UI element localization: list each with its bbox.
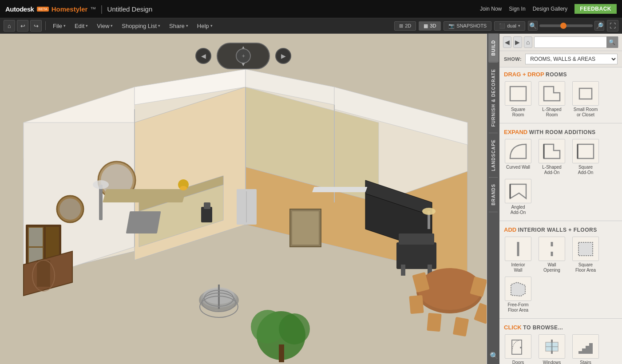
angled-addon-label: AngledAdd-On [511,205,526,215]
curved-wall-icon [508,142,528,160]
panel-search-submit[interactable]: 🔍 [606,36,618,48]
panel-search-icon[interactable]: 🔍 [490,352,499,360]
rooms-grid: SquareRoom L-ShapedRoom [499,79,622,121]
l-shaped-addon-label: L-ShapedAdd-On [542,165,561,175]
zoom-slider-track [539,24,593,27]
l-shaped-addon-icon [542,142,562,160]
rotate-left-button[interactable]: ◀ [195,48,211,64]
zoom-in-button[interactable]: 🔎 [594,21,604,31]
build-tab[interactable]: BUILD [488,34,499,62]
navigation-ring[interactable]: ▲ ✛ ▼ [217,43,270,69]
nav-down-arrow[interactable]: ▼ [241,61,246,67]
doors-item[interactable]: Doors [503,334,533,364]
share-menu[interactable]: Share▾ [166,21,192,31]
svg-rect-32 [103,189,186,202]
wall-opening-icon [542,240,562,258]
furnish-tab[interactable]: FURNISH & DECORATE [488,63,499,133]
panel-forward-button[interactable]: ▶ [513,36,522,48]
wall-opening-item[interactable]: WallOpening [537,237,567,273]
panel-back-button[interactable]: ◀ [503,36,511,48]
square-floor-item[interactable]: SquareFloor Area [570,237,601,273]
landscape-tab[interactable]: LANDSCAPE [488,133,499,177]
panel-search-bar[interactable]: 🔍 [534,36,618,48]
angled-addon-item[interactable]: AngledAdd-On [503,179,533,215]
redo-button[interactable]: ↪ [30,20,42,32]
square-room-label: SquareRoom [511,107,525,118]
zoom-slider-thumb[interactable] [560,23,567,29]
stairs-label: Stairs [580,360,591,364]
snapshots-button[interactable]: 📷 SNAPSHOTS [444,21,491,31]
small-room-item[interactable]: Small Roomor Closet [570,81,601,118]
freeform-floor-icon-box [505,277,531,301]
sign-in-link[interactable]: Sign In [509,6,525,12]
wall-opening-icon-box [539,237,565,261]
svg-rect-53 [401,265,405,276]
view-menu[interactable]: View▾ [93,21,116,31]
fullscreen-button[interactable]: ⛶ [607,20,618,32]
shopping-list-menu[interactable]: Shopping List▾ [118,21,164,31]
toolbar: ⌂ ↩ ↪ File▾ Edit▾ View▾ Shopping List▾ S… [0,18,622,34]
interior-grid: InteriorWall WallOpening [499,235,622,317]
panel-search-input[interactable] [535,38,606,46]
doors-icon [508,338,528,356]
svg-point-50 [422,208,436,215]
square-addon-item[interactable]: SquareAdd-On [570,139,601,175]
right-panel: BUILD FURNISH & DECORATE LANDSCAPE BRAND… [487,34,622,364]
windows-label: Windows [543,360,561,364]
interior-wall-item[interactable]: InteriorWall [503,237,533,273]
square-room-icon-box [505,81,531,106]
show-dropdown[interactable]: ROOMS, WALLS & AREAS FLOORS CEILINGS [525,54,618,64]
svg-marker-81 [511,282,525,296]
svg-rect-18 [99,185,103,220]
2d-view-button[interactable]: ⊞ 2D [394,21,416,31]
stairs-item[interactable]: Stairs [570,334,601,364]
vtab-separator-4 [489,212,498,212]
square-addon-label: SquareAdd-On [578,165,593,175]
join-now-link[interactable]: Join Now [480,6,502,12]
dual-view-button[interactable]: ⬛ dual ▾ [494,21,525,31]
edit-menu[interactable]: Edit▾ [71,21,91,31]
undo-button[interactable]: ↩ [17,20,28,32]
canvas-area[interactable]: ◀ ▲ ✛ ▼ ▶ [0,34,487,364]
show-label: SHOW: [504,56,522,62]
interior-wall-icon-box [505,237,531,261]
beta-badge: BETA [37,7,48,12]
room-visualization [0,34,487,364]
svg-marker-69 [544,87,560,101]
svg-rect-59 [427,313,441,332]
file-menu[interactable]: File▾ [49,21,69,31]
small-room-icon [576,85,595,103]
browse-grid: Doors Windows [499,332,622,364]
rotate-right-button[interactable]: ▶ [275,48,291,64]
show-row: SHOW: ROOMS, WALLS & AREAS FLOORS CEILIN… [499,51,622,67]
panel-home-button[interactable]: ⌂ [524,36,532,48]
main-area: ◀ ▲ ✛ ▼ ▶ BUILD FURNISH & DECORATE LANDS… [0,34,622,364]
brands-tab[interactable]: BRANDS [488,178,499,212]
svg-rect-58 [409,295,424,314]
square-room-item[interactable]: SquareRoom [503,81,533,118]
curved-wall-item[interactable]: Curved Wall [503,139,533,175]
windows-icon-box [539,334,565,359]
l-shaped-room-icon-box [539,81,565,106]
l-shaped-room-item[interactable]: L-ShapedRoom [537,81,567,118]
l-shaped-addon-item[interactable]: L-ShapedAdd-On [537,139,567,175]
wall-opening-label: WallOpening [543,262,560,273]
svg-marker-71 [544,144,560,158]
freeform-floor-label: Free-FormFloor Area [507,302,528,313]
windows-item[interactable]: Windows [537,334,567,364]
svg-point-44 [279,313,310,344]
freeform-floor-item[interactable]: Free-FormFloor Area [503,277,533,313]
interior-wall-label: InteriorWall [511,262,525,273]
design-gallery-link[interactable]: Design Gallery [533,6,568,12]
svg-rect-73 [578,144,594,158]
zoom-out-button[interactable]: 🔍 [528,21,538,31]
stairs-icon-box [572,334,599,359]
3d-view-button[interactable]: ▦ 3D [419,21,441,31]
small-room-icon-box [572,81,599,106]
home-button[interactable]: ⌂ [4,20,15,32]
navigation-control: ◀ ▲ ✛ ▼ ▶ [217,43,270,69]
svg-rect-23 [29,228,43,246]
zoom-bar: 🔍 🔎 [528,21,604,31]
help-menu[interactable]: Help▾ [194,21,216,31]
feedback-button[interactable]: FEEDBACK [574,4,617,14]
